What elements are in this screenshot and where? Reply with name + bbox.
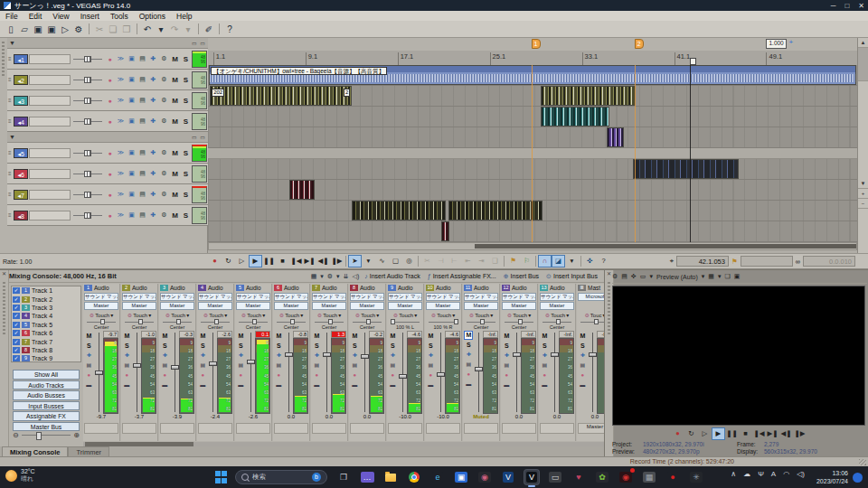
peak-value[interactable]: -Inf. [559,331,574,338]
solo-button[interactable]: S [181,55,191,63]
menu-insert[interactable]: Insert [75,12,105,21]
bus-assign-button[interactable]: Master [350,302,384,310]
automation-mode-button[interactable]: ⚙Touch▾ [501,311,537,319]
channel-record-button[interactable]: ● [505,371,509,380]
filter-input-busses[interactable]: Input Busses [13,401,80,411]
menu-options[interactable]: Options [134,12,171,21]
phase-invert-button[interactable]: ✚ [391,351,395,361]
filter-audio-tracks[interactable]: Audio Tracks [13,380,80,390]
track-lane-3[interactable] [208,107,857,127]
downmix-button[interactable]: ▬ [390,380,395,390]
pan-slider[interactable] [239,319,268,324]
record-arm-button[interactable]: ● [105,98,115,104]
input-monitor-icon[interactable]: ≫ [116,97,126,104]
phase-invert-button[interactable]: ✚ [580,351,585,361]
timeline-event[interactable] [441,221,449,241]
mute-button[interactable]: M [170,76,180,84]
selection-field[interactable] [741,256,793,267]
track-name-field[interactable] [29,190,71,200]
pv-play-button[interactable]: ▶ [712,427,725,440]
track-fx-button[interactable]: ▤ [137,191,147,198]
track-fx-button[interactable]: ▤ [137,117,147,125]
mute-button[interactable]: M [170,97,180,105]
record-arm-button[interactable]: ● [105,192,115,198]
channel-fx-button[interactable]: ▤ [391,361,396,371]
loop-playback-button[interactable]: ↻ [222,255,235,267]
onedrive-icon[interactable]: ☁ [743,470,750,478]
mixer-list-item[interactable]: ✓ 1 Track 1 [12,286,80,295]
pv-play-from-start-button[interactable]: ▷ [698,427,712,440]
peak-value[interactable]: -4.6 [407,331,422,338]
timeline-events-area[interactable]: 【オンゲキ/CHUNITHM】owl×tree - Baqeela【音源】【高音… [208,65,857,242]
downmix-button[interactable]: ▬ [162,380,167,390]
device-selector-button[interactable]: サウンド マッパー [198,293,232,301]
enable-snapping-button[interactable]: ∩ [538,255,552,267]
device-selector-button[interactable]: サウンド マッパー [84,293,118,301]
timeline-event[interactable]: 2022 [210,86,352,106]
automation-settings-button[interactable]: ▣ [127,76,137,83]
channel-solo-button[interactable]: S [542,341,547,351]
channel-mute-button[interactable]: M [200,331,205,341]
channel-record-button[interactable]: ● [581,371,585,380]
monitor-dropdown[interactable]: ▾ [649,273,653,280]
insert-marker-button[interactable]: ⚑ [506,255,520,267]
next-frame-button[interactable]: ❚▶ [330,255,344,267]
channel-solo-button[interactable]: S [163,341,167,351]
davinci-resolve-icon[interactable]: ◉ [477,470,492,484]
mute-button[interactable]: M [170,211,180,220]
track-volume-slider[interactable] [73,97,102,105]
mixer-list-item[interactable]: ✓ 5 Track 5 [12,321,80,329]
channel-record-button[interactable]: ● [202,371,205,380]
scribble-strip[interactable] [388,423,422,434]
peak-value[interactable]: -Inf. [483,331,498,338]
input-monitor-icon[interactable]: ≫ [116,170,126,177]
track-header-3[interactable]: ≡ ◂3 ● ≫ ▣ ▤ ✚ ⚙ M S 4896 [7,90,208,111]
media-app-icon[interactable]: ▭ [548,470,562,484]
track-size-icons[interactable]: ▭ ▭ [192,40,206,46]
pan-slider[interactable] [580,319,604,324]
channel-solo-button[interactable]: S [505,341,509,351]
pan-type-button[interactable]: ✚ [148,170,158,177]
file-explorer-icon[interactable] [383,470,398,484]
track-fx-button[interactable]: ▤ [137,76,147,83]
menu-file[interactable]: File [0,12,24,21]
volume-fader[interactable] [512,331,522,414]
input-monitor-icon[interactable]: ≫ [116,76,126,83]
automation-mode-button[interactable]: ⚙Touch▾ [235,311,271,319]
peak-value[interactable]: 1.3 [331,331,346,338]
record-arm-button[interactable]: ● [105,171,115,177]
channel-mute-button[interactable]: M [542,331,547,341]
downmix-button[interactable]: ▬ [580,380,585,390]
maximize-button[interactable]: □ [844,2,849,10]
pan-slider[interactable] [163,319,192,324]
scribble-strip[interactable] [464,423,498,434]
channel-mute-button[interactable]: M [124,331,129,341]
channel-fx-button[interactable]: ▤ [580,361,586,371]
microsoft-store-icon[interactable]: ▣ [454,470,468,484]
scroll-down-button[interactable]: ▼ [858,179,868,189]
track-header-6[interactable]: ≡ ◂6 ● ≫ ▣ ▤ ✚ ⚙ M S 4896 [7,164,208,184]
peak-value[interactable]: -0.8 [293,331,308,338]
pan-slider[interactable] [353,319,382,324]
bus-assign-button[interactable]: Master [160,302,194,310]
automation-mode-button[interactable]: ⚙Touch▾ [121,311,157,319]
scribble-strip[interactable] [122,423,156,434]
track-name-field[interactable] [29,169,71,179]
filter-show-all[interactable]: Show All [13,370,80,380]
go-to-start-button[interactable]: ❚◀ [289,255,303,267]
filter-audio-busses[interactable]: Audio Busses [13,390,80,400]
downmix-button[interactable]: ▬ [466,380,471,389]
copy-icon[interactable]: ❏ [107,24,119,34]
channel-fx-button[interactable]: ▤ [315,361,320,371]
zoom-in-icon[interactable]: ⊕ [73,431,80,439]
volume-fader[interactable] [170,331,180,414]
track-group-bar[interactable]: ▼▭ ▭ [7,132,208,143]
lock-event-button[interactable]: ❑ [488,255,502,267]
phase-invert-button[interactable]: ✚ [163,351,167,361]
track-lane-5[interactable] [208,159,857,180]
peak-value[interactable]: -1.0 [141,331,156,338]
tray-chevron-icon[interactable]: ∧ [731,470,736,478]
bus-assign-button[interactable]: Master [198,302,232,310]
timeline-event[interactable]: 【オンゲキ/CHUNITHM】owl×tree - Baqeela【音源】【高音… [209,65,856,85]
track-name-field[interactable] [29,148,71,158]
